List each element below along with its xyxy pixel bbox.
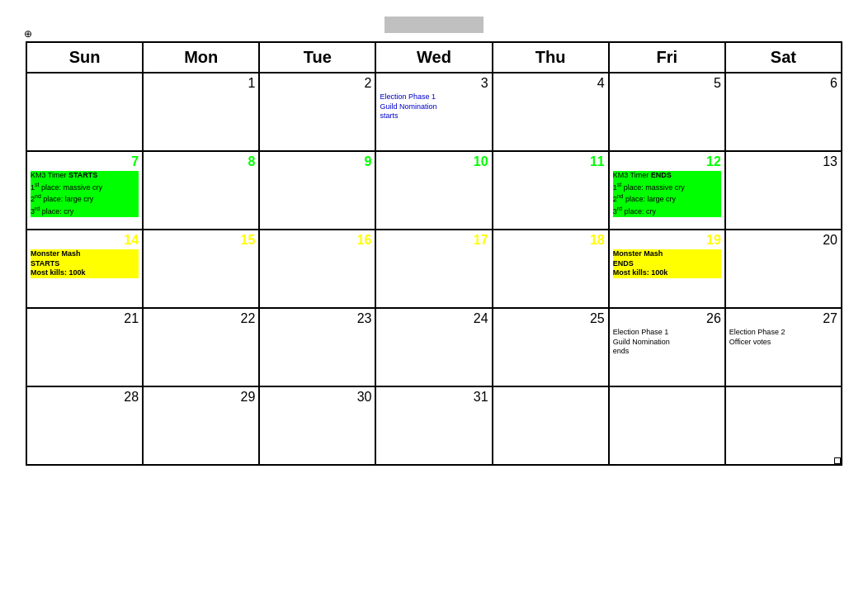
calendar-cell: 1 — [143, 73, 259, 151]
day-number: 11 — [497, 154, 605, 169]
calendar-event: KM3 Timer ENDS1st place: massive cry2nd … — [613, 171, 721, 217]
day-number: 27 — [729, 311, 837, 326]
calendar-cell: 24 — [375, 308, 492, 386]
calendar-event: Election Phase 2Officer votes — [729, 328, 837, 347]
day-number: 3 — [380, 76, 488, 91]
resize-handle[interactable] — [834, 457, 841, 464]
day-number: 21 — [31, 311, 139, 326]
day-number: 9 — [263, 154, 371, 169]
calendar-cell — [609, 386, 725, 465]
calendar-cell: 9 — [259, 151, 375, 230]
calendar-cell: 11 — [493, 151, 609, 230]
week-row-0: 123Election Phase 1Guild Nominationstart… — [26, 73, 842, 151]
calendar-cell: 3Election Phase 1Guild Nominationstarts — [375, 73, 492, 151]
calendar-title-container — [384, 17, 484, 33]
day-number: 25 — [497, 311, 605, 326]
day-number: 13 — [729, 154, 837, 169]
day-number: 18 — [497, 233, 605, 248]
calendar-cell: 31 — [375, 386, 492, 465]
calendar-cell — [493, 386, 609, 465]
day-number: 16 — [263, 233, 371, 248]
calendar-table: SunMonTueWedThuFriSat 123Election Phase … — [26, 41, 842, 466]
calendar-cell: 12KM3 Timer ENDS1st place: massive cry2n… — [609, 151, 725, 230]
day-number: 28 — [31, 390, 139, 405]
calendar-cell: 30 — [259, 386, 375, 465]
day-number: 15 — [147, 233, 255, 248]
header-wed: Wed — [375, 42, 492, 73]
day-number: 12 — [613, 154, 721, 169]
calendar-cell: 19Monster MashENDSMost kills: 100k — [609, 230, 725, 308]
calendar-cell: 20 — [725, 230, 842, 308]
header-sun: Sun — [26, 42, 143, 73]
calendar-cell: 5 — [609, 73, 725, 151]
calendar-cell: 18 — [493, 230, 609, 308]
week-row-1: 7KM3 Timer STARTS1st place: massive cry2… — [26, 151, 842, 230]
calendar-cell: 4 — [493, 73, 609, 151]
move-handle[interactable]: ⊕ — [24, 28, 32, 40]
header-thu: Thu — [493, 42, 609, 73]
calendar-cell: 14Monster MashSTARTSMost kills: 100k — [26, 230, 143, 308]
calendar-cell: 17 — [375, 230, 492, 308]
day-number: 30 — [263, 390, 371, 405]
day-number: 2 — [263, 76, 371, 91]
day-number: 7 — [31, 154, 139, 169]
day-number: 26 — [613, 311, 721, 326]
calendar-event: KM3 Timer STARTS1st place: massive cry2n… — [31, 171, 139, 217]
calendar-cell: 25 — [493, 308, 609, 386]
day-number: 8 — [147, 154, 255, 169]
calendar-body: 123Election Phase 1Guild Nominationstart… — [26, 73, 842, 465]
calendar-event: Monster MashSTARTSMost kills: 100k — [31, 249, 139, 278]
day-number: 31 — [380, 390, 488, 405]
calendar-cell — [26, 73, 143, 151]
day-number: 1 — [147, 76, 255, 91]
day-number: 14 — [31, 233, 139, 248]
calendar-cell: 7KM3 Timer STARTS1st place: massive cry2… — [26, 151, 143, 230]
calendar-cell: 28 — [26, 386, 143, 465]
calendar-cell: 8 — [143, 151, 259, 230]
calendar-cell: 23 — [259, 308, 375, 386]
header-sat: Sat — [725, 42, 842, 73]
day-number: 6 — [729, 76, 837, 91]
calendar-cell: 10 — [375, 151, 492, 230]
calendar-wrapper: ⊕ SunMonTueWedThuFriSat 123Election Phas… — [26, 41, 842, 466]
calendar-cell: 15 — [143, 230, 259, 308]
week-row-3: 212223242526Election Phase 1Guild Nomina… — [26, 308, 842, 386]
day-number: 22 — [147, 311, 255, 326]
day-number: 19 — [613, 233, 721, 248]
day-number: 10 — [380, 154, 488, 169]
day-number: 17 — [380, 233, 488, 248]
day-number: 23 — [263, 311, 371, 326]
header-mon: Mon — [143, 42, 259, 73]
calendar-cell: 13 — [725, 151, 842, 230]
week-row-4: 28293031 — [26, 386, 842, 465]
calendar-event: Election Phase 1Guild Nominationends — [613, 328, 721, 357]
calendar-cell: 16 — [259, 230, 375, 308]
calendar-cell: 6 — [725, 73, 842, 151]
calendar-cell — [725, 386, 842, 465]
calendar-cell: 2 — [259, 73, 375, 151]
calendar-header: SunMonTueWedThuFriSat — [26, 42, 842, 73]
day-number: 4 — [497, 76, 605, 91]
calendar-cell: 29 — [143, 386, 259, 465]
calendar-cell: 22 — [143, 308, 259, 386]
calendar-cell: 26Election Phase 1Guild Nominationends — [609, 308, 725, 386]
day-number: 5 — [613, 76, 721, 91]
day-number: 29 — [147, 390, 255, 405]
day-number: 24 — [380, 311, 488, 326]
header-fri: Fri — [609, 42, 725, 73]
calendar-cell: 27Election Phase 2Officer votes — [725, 308, 842, 386]
calendar-cell: 21 — [26, 308, 143, 386]
header-tue: Tue — [259, 42, 375, 73]
calendar-event: Election Phase 1Guild Nominationstarts — [380, 92, 488, 121]
week-row-2: 14Monster MashSTARTSMost kills: 100k1516… — [26, 230, 842, 308]
calendar-event: Monster MashENDSMost kills: 100k — [613, 249, 721, 278]
day-number: 20 — [729, 233, 837, 248]
